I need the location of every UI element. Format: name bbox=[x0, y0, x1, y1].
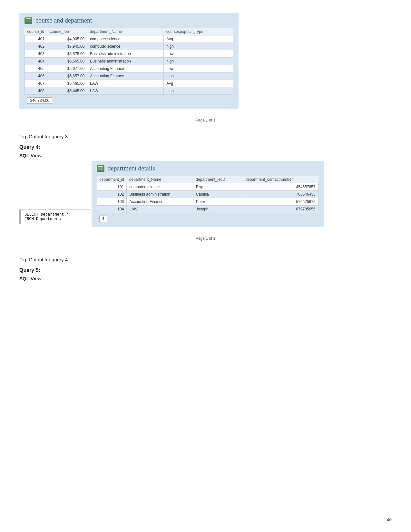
query4-title-text: department details bbox=[108, 165, 155, 172]
cell-popular-type: high bbox=[164, 43, 233, 50]
cell-course-id: 406 bbox=[25, 73, 47, 80]
query5-sql-label: SQL View: bbox=[19, 276, 392, 281]
query4-total: 4 bbox=[99, 216, 107, 222]
query3-title-text: course and deparment bbox=[35, 17, 92, 24]
cell-popular-type: high bbox=[164, 73, 233, 80]
table-row: 407 $5,465.00 LAW Avg bbox=[25, 80, 233, 87]
svg-rect-5 bbox=[98, 168, 103, 168]
svg-rect-4 bbox=[98, 166, 103, 167]
cell-dept-name2: LAW bbox=[127, 206, 193, 213]
svg-rect-7 bbox=[98, 169, 103, 170]
col-hod: department_HoD bbox=[193, 176, 243, 183]
cell-dept-name2: computer science bbox=[127, 183, 193, 191]
cell-popular-type: Avg bbox=[164, 80, 233, 87]
cell-popular-type: Low bbox=[164, 65, 233, 73]
query4-table-container: department details department_id departm… bbox=[92, 161, 324, 227]
cell-dept-name: computer science bbox=[87, 35, 164, 43]
table-row: 404 $5,665.00 Business administration hi… bbox=[25, 58, 233, 65]
cell-hod: Camilla bbox=[193, 191, 243, 198]
table-row: 401 $4,005.00 computer science Avg bbox=[25, 35, 233, 43]
table-row: 403 $6,875.00 Business administration Lo… bbox=[25, 50, 233, 58]
query4-label: Query 4: bbox=[19, 144, 392, 150]
cell-hod: Roy bbox=[193, 183, 243, 191]
query4-sql-label: SQL View: bbox=[19, 153, 392, 158]
query4-page-indicator: Page 1 of 1 bbox=[19, 236, 392, 241]
table-icon bbox=[24, 17, 32, 24]
query3-total: $46,734.00 bbox=[27, 97, 52, 104]
query5-label: Query 5: bbox=[19, 267, 392, 273]
cell-popular-type: high bbox=[164, 87, 233, 95]
table-row: 103 Accounting Finance Peter 576575675 bbox=[97, 198, 318, 206]
query4-total-row: 4 bbox=[97, 214, 318, 222]
query3-total-row: $46,734.00 bbox=[24, 96, 233, 104]
cell-course-fee: $4,005.00 bbox=[47, 35, 87, 43]
cell-course-fee: $5,465.00 bbox=[47, 80, 87, 87]
cell-hod: Joseph bbox=[193, 206, 243, 213]
cell-course-fee: $5,677.00 bbox=[47, 65, 87, 73]
cell-dept-id: 101 bbox=[97, 183, 127, 191]
table-row: 408 $5,445.00 LAW high bbox=[25, 87, 233, 95]
cell-course-fee: $6,875.00 bbox=[47, 50, 87, 58]
cell-dept-name2: Accounting Finance bbox=[127, 198, 193, 206]
cell-dept-name: Accounting Finance bbox=[87, 65, 164, 73]
cell-contact: 786546435 bbox=[243, 191, 318, 198]
cell-course-id: 407 bbox=[25, 80, 47, 87]
svg-rect-1 bbox=[26, 20, 31, 20]
fig3-caption: Fig. Output for query 3 bbox=[19, 134, 392, 139]
cell-dept-name: LAW bbox=[87, 80, 164, 87]
query3-page-indicator: Page 1 of 1 bbox=[19, 118, 392, 122]
col-dept-name2: department_Name bbox=[127, 176, 193, 183]
cell-contact: 576575675 bbox=[243, 198, 318, 206]
query3-table-title: course and deparment bbox=[24, 17, 233, 24]
col-course-id: course_Id bbox=[25, 28, 47, 35]
table-row: 101 computer science Roy 454657657 bbox=[97, 183, 318, 191]
table-row: 406 $5,657.00 Accounting Finance high bbox=[25, 73, 233, 80]
cell-course-id: 405 bbox=[25, 65, 47, 73]
cell-dept-name: Business administration bbox=[87, 50, 164, 58]
col-popular-type: coursespopular_Type bbox=[164, 28, 233, 35]
col-contact: department_contactnumber bbox=[243, 176, 318, 183]
cell-contact: 454657657 bbox=[243, 183, 318, 191]
cell-dept-name: Accounting Finance bbox=[87, 73, 164, 80]
table-row: 405 $5,677.00 Accounting Finance Low bbox=[25, 65, 233, 73]
svg-rect-2 bbox=[26, 21, 31, 21]
svg-rect-0 bbox=[26, 18, 31, 19]
cell-popular-type: high bbox=[164, 58, 233, 65]
cell-course-fee: $7,945.00 bbox=[47, 43, 87, 50]
fig4-caption: Fig. Output for query 4 bbox=[19, 257, 392, 262]
cell-course-fee: $5,657.00 bbox=[47, 73, 87, 80]
cell-course-fee: $5,445.00 bbox=[47, 87, 87, 95]
table-icon-2 bbox=[97, 165, 104, 172]
table-row: 104 LAW Joseph 879785655 bbox=[97, 206, 318, 213]
svg-rect-3 bbox=[26, 22, 31, 22]
cell-dept-name: LAW bbox=[87, 87, 164, 95]
svg-rect-6 bbox=[98, 169, 103, 169]
cell-course-fee: $5,665.00 bbox=[47, 58, 87, 65]
cell-contact: 879785655 bbox=[243, 206, 318, 213]
cell-dept-id: 104 bbox=[97, 206, 127, 213]
cell-popular-type: Low bbox=[164, 50, 233, 58]
col-course-fee: course_fee bbox=[47, 28, 87, 35]
cell-popular-type: Avg bbox=[164, 35, 233, 43]
query4-sql-box: SELECT Department.* FROM Department; bbox=[19, 209, 90, 224]
cell-course-id: 401 bbox=[25, 35, 47, 43]
col-dept-name: department_Name bbox=[87, 28, 164, 35]
cell-course-id: 402 bbox=[25, 43, 47, 50]
cell-course-id: 404 bbox=[25, 58, 47, 65]
cell-dept-id: 102 bbox=[97, 191, 127, 198]
cell-dept-name2: Business administration bbox=[127, 191, 193, 198]
table-row: 102 Business administration Camilla 7865… bbox=[97, 191, 318, 198]
query4-table: department_id department_Name department… bbox=[97, 176, 318, 213]
cell-dept-name: computer science bbox=[87, 43, 164, 50]
query4-table-title: department details bbox=[97, 165, 318, 172]
query3-table-container: course and deparment course_Id course_fe… bbox=[19, 13, 239, 109]
table-row: 402 $7,945.00 computer science high bbox=[25, 43, 233, 50]
query3-table: course_Id course_fee department_Name cou… bbox=[24, 28, 233, 95]
cell-dept-name: Business administration bbox=[87, 58, 164, 65]
col-dept-id: department_id bbox=[97, 176, 127, 183]
cell-dept-id: 103 bbox=[97, 198, 127, 206]
cell-hod: Peter bbox=[193, 198, 243, 206]
cell-course-id: 408 bbox=[25, 87, 47, 95]
cell-course-id: 403 bbox=[25, 50, 47, 58]
